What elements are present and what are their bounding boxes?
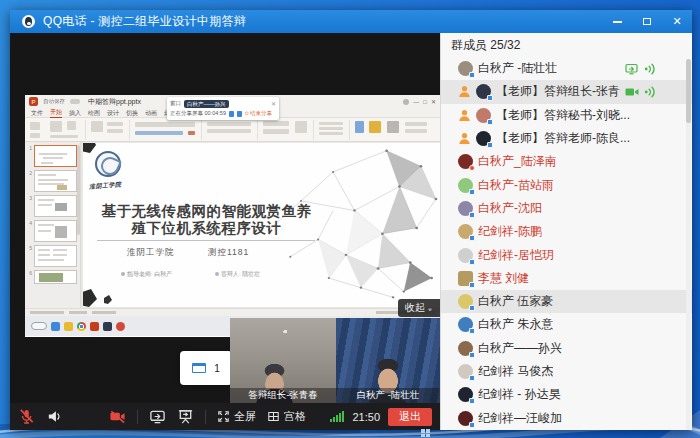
member-name: 【老师】答辩秘书-刘晓... — [496, 107, 630, 124]
tab-file[interactable]: 文件 — [31, 108, 43, 118]
search-icon[interactable] — [31, 322, 47, 330]
avatar — [458, 201, 473, 216]
member-row[interactable]: 纪剑祥 - 孙达昊 — [441, 383, 692, 406]
speaker-icon[interactable] — [237, 111, 242, 117]
mic-icon[interactable] — [229, 111, 234, 117]
slide-thumbnail[interactable]: 6 — [27, 270, 77, 284]
window-icon — [192, 363, 206, 373]
slide-school: 淮阴工学院 — [127, 247, 175, 259]
member-row[interactable]: 白秋产-苗站雨 — [441, 173, 692, 196]
member-list-scrollbar[interactable] — [686, 59, 691, 430]
member-row[interactable]: 白秋产 -陆壮壮 — [441, 57, 692, 80]
member-name: 【老师】答辩老师-陈良... — [496, 130, 630, 147]
end-share-button[interactable]: 结束分享 — [245, 110, 272, 117]
avatar — [458, 271, 473, 286]
ppt-minimize-icon[interactable]: — — [413, 99, 419, 105]
member-row[interactable]: 白秋产 伍家豪 — [441, 290, 692, 313]
member-name: 白秋产 朱永意 — [478, 316, 553, 333]
window-title: QQ电话 - 测控二组毕业设计中期答辩 — [43, 13, 246, 30]
member-row[interactable]: 纪剑祥-居恺玥 — [441, 243, 692, 266]
fullscreen-button[interactable]: 全屏 — [217, 409, 256, 424]
chrome-icon[interactable] — [77, 322, 86, 331]
avatar — [458, 154, 473, 169]
slide-thumbnail[interactable]: 1 — [27, 145, 77, 167]
call-duration: 21:50 — [352, 411, 380, 423]
video-tile[interactable]: 白秋产 -陆壮壮 — [336, 318, 440, 403]
slide-thumbnail-panel: 1 2 3 4 — [25, 142, 81, 308]
member-row[interactable]: 纪剑祥 马俊杰 — [441, 360, 692, 383]
maximize-button[interactable] — [632, 10, 662, 33]
app-icon[interactable] — [103, 322, 112, 331]
share-mode-label[interactable]: 窗口 — [170, 100, 181, 107]
edge-icon[interactable] — [51, 322, 60, 331]
close-icon[interactable]: ✕ — [271, 100, 276, 107]
close-button[interactable]: ✕ — [662, 10, 692, 33]
window-preview-tooltip[interactable]: 1 — [180, 351, 232, 385]
screen-share-icon[interactable] — [149, 408, 166, 425]
preview-count: 1 — [214, 363, 220, 374]
microphone-muted-icon[interactable] — [18, 408, 35, 425]
member-row[interactable]: 【老师】答辩组长-张青... — [441, 80, 692, 103]
tab-draw[interactable]: 绘图 — [88, 108, 100, 118]
chevron-down-icon: ⌄⌄ — [427, 306, 433, 311]
collapse-button[interactable]: 收起 ⌄⌄ — [398, 299, 440, 317]
avatar — [476, 108, 491, 123]
tab-insert[interactable]: 插入 — [69, 108, 81, 118]
tab-transitions[interactable]: 切换 — [126, 108, 138, 118]
member-row[interactable]: 李慧 刘健 — [441, 267, 692, 290]
slide-number: 3 — [27, 195, 32, 201]
folder-icon[interactable] — [64, 322, 73, 331]
member-row[interactable]: 白秋产——孙兴 — [441, 337, 692, 360]
slide-thumbnail[interactable]: 3 — [27, 195, 77, 217]
avatar — [458, 411, 473, 426]
title-divider — [97, 240, 315, 241]
member-name: 纪剑祥 马俊杰 — [478, 363, 553, 380]
member-row[interactable]: 白秋产 朱永意 — [441, 313, 692, 336]
member-row[interactable]: 白秋产-沈阳 — [441, 197, 692, 220]
member-row[interactable]: 【老师】答辩秘书-刘晓... — [441, 104, 692, 127]
slide-advisor: 指导老师: 白秋产 — [121, 270, 172, 279]
slide-thumbnail[interactable]: 5 — [27, 245, 77, 267]
account-avatar-icon — [403, 99, 409, 105]
minimize-button[interactable] — [602, 10, 632, 33]
video-tile[interactable]: 答辩组长-张青春 — [230, 318, 336, 403]
ppt-maximize-icon[interactable]: □ — [423, 99, 427, 105]
member-row[interactable]: 纪剑祥-陈鹏 — [441, 220, 692, 243]
thumbnail-scrollbar[interactable] — [77, 145, 80, 235]
tab-home[interactable]: 开始 — [50, 107, 62, 118]
avatar — [476, 131, 491, 146]
tab-design[interactable]: 设计 — [107, 108, 119, 118]
member-row[interactable]: 白秋产_陆泽南 — [441, 150, 692, 173]
camera-muted-icon[interactable] — [109, 408, 126, 425]
save-icon[interactable] — [70, 99, 80, 104]
ppt-close-icon[interactable]: ✕ — [431, 98, 436, 105]
member-panel: 群成员 25/32 白秋产 -陆壮壮 【老师】答辩组长-张青... — [440, 33, 692, 430]
avatar — [458, 248, 473, 263]
exit-button[interactable]: 退出 — [388, 408, 432, 426]
speaker-icon[interactable] — [46, 408, 63, 425]
avatar — [458, 61, 473, 76]
member-name: 白秋产——孙兴 — [478, 340, 562, 357]
autosave-toggle[interactable]: 自动保存 — [43, 97, 65, 105]
shared-window-tab[interactable]: 白秋产——孙兴 — [184, 100, 229, 108]
avatar — [458, 178, 473, 193]
member-row[interactable]: 纪剑祥—汪峻加 — [441, 406, 692, 429]
qq-logo-icon — [22, 15, 35, 28]
app-icon[interactable] — [116, 322, 125, 331]
powerpoint-taskbar-icon[interactable] — [90, 322, 99, 331]
tab-animations[interactable]: 动画 — [145, 108, 157, 118]
whiteboard-share-icon[interactable] — [177, 408, 194, 425]
member-row[interactable]: 【老师】答辩老师-陈良... — [441, 127, 692, 150]
member-name: 白秋产 -陆壮壮 — [478, 60, 557, 77]
slide-thumbnail[interactable]: 4 — [27, 220, 77, 242]
teacher-icon — [458, 85, 471, 98]
voice-active-icon — [644, 86, 658, 98]
member-name: 纪剑祥 - 孙达昊 — [478, 386, 561, 403]
camera-on-icon — [625, 86, 639, 98]
windows-logo-icon[interactable] — [421, 429, 430, 437]
slide-thumbnail[interactable]: 2 — [27, 170, 77, 192]
grid-view-button[interactable]: 宫格 — [267, 409, 306, 424]
share-status: 正在分享屏幕 00:04:59 — [170, 110, 226, 117]
slide-number: 6 — [27, 270, 32, 276]
slide-presenter: 答辩人: 陆壮壮 — [215, 270, 260, 279]
